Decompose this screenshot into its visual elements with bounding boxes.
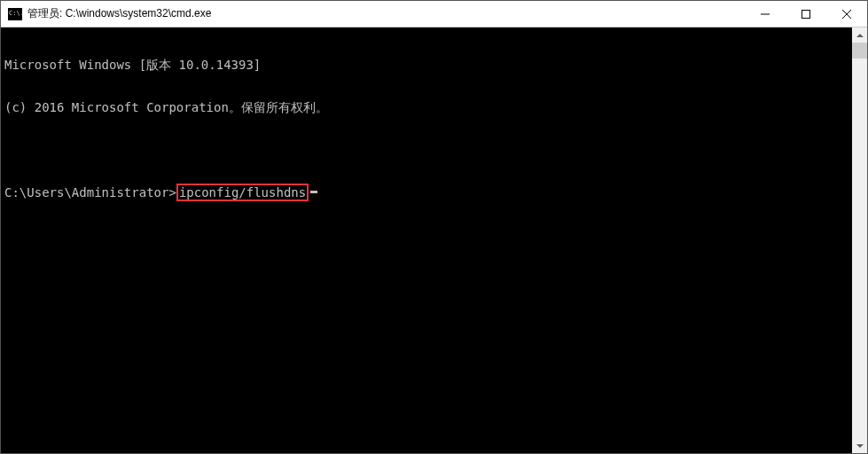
close-icon — [842, 10, 851, 19]
prompt-line: C:\Users\Administrator>ipconfig/flushdns — [4, 185, 848, 200]
maximize-button[interactable] — [786, 1, 826, 27]
chevron-down-icon — [856, 444, 864, 448]
svg-rect-1 — [802, 10, 810, 18]
chevron-up-icon — [856, 34, 864, 37]
terminal-output[interactable]: Microsoft Windows [版本 10.0.14393] (c) 20… — [1, 27, 852, 453]
blank-line — [4, 143, 848, 157]
cmd-window: C:\. 管理员: C:\windows\system32\cmd.exe — [0, 0, 868, 454]
cmd-icon-text: C:\. — [9, 11, 24, 17]
prompt-text: C:\Users\Administrator> — [4, 185, 176, 200]
maximize-icon — [802, 10, 810, 19]
scroll-thumb[interactable] — [852, 43, 867, 59]
vertical-scrollbar[interactable] — [852, 27, 867, 453]
text-cursor — [310, 191, 317, 193]
scroll-down-button[interactable] — [852, 438, 867, 453]
copyright-line: (c) 2016 Microsoft Corporation。保留所有权利。 — [4, 100, 848, 114]
version-line: Microsoft Windows [版本 10.0.14393] — [4, 58, 848, 72]
window-controls — [745, 1, 867, 27]
close-button[interactable] — [826, 1, 867, 27]
minimize-button[interactable] — [745, 1, 786, 27]
titlebar[interactable]: C:\. 管理员: C:\windows\system32\cmd.exe — [1, 1, 867, 27]
content-area: Microsoft Windows [版本 10.0.14393] (c) 20… — [1, 27, 867, 453]
command-highlight: ipconfig/flushdns — [176, 184, 309, 201]
scroll-up-button[interactable] — [852, 27, 867, 43]
typed-command: ipconfig/flushdns — [179, 185, 306, 200]
window-title: 管理员: C:\windows\system32\cmd.exe — [27, 6, 745, 21]
scroll-track[interactable] — [852, 43, 867, 438]
cmd-icon: C:\. — [8, 8, 22, 20]
minimize-icon — [761, 10, 770, 19]
